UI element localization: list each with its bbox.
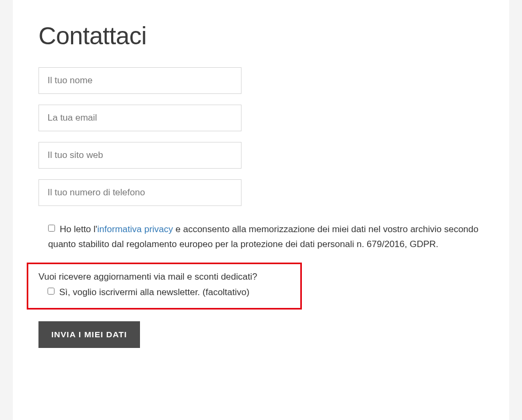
email-input[interactable]	[38, 105, 241, 131]
privacy-policy-link[interactable]: informativa privacy	[97, 224, 173, 234]
privacy-consent-checkbox[interactable]	[48, 225, 55, 232]
newsletter-optin-checkbox[interactable]	[48, 288, 54, 295]
newsletter-block: Vuoi ricevere aggiornamenti via mail e s…	[27, 263, 302, 310]
phone-field-wrapper	[38, 179, 484, 206]
newsletter-question: Vuoi ricevere aggiornamenti via mail e s…	[38, 270, 293, 285]
name-field-wrapper	[38, 67, 484, 94]
contact-form-container: Contattaci Ho letto l'informativa privac…	[13, 0, 509, 420]
privacy-consent-block: Ho letto l'informativa privacy e acconse…	[38, 222, 484, 252]
page-title: Contattaci	[38, 21, 484, 50]
phone-input[interactable]	[38, 179, 241, 206]
privacy-text-before: Ho letto l'	[60, 224, 97, 234]
newsletter-optin-label: Sì, voglio iscrivermi alla newsletter. (…	[59, 287, 250, 297]
website-field-wrapper	[38, 142, 484, 169]
email-field-wrapper	[38, 105, 484, 131]
submit-button[interactable]: INVIA I MIEI DATI	[38, 321, 140, 348]
newsletter-optin-line: Sì, voglio iscrivermi alla newsletter. (…	[36, 285, 293, 300]
website-input[interactable]	[38, 142, 241, 169]
name-input[interactable]	[38, 67, 241, 94]
